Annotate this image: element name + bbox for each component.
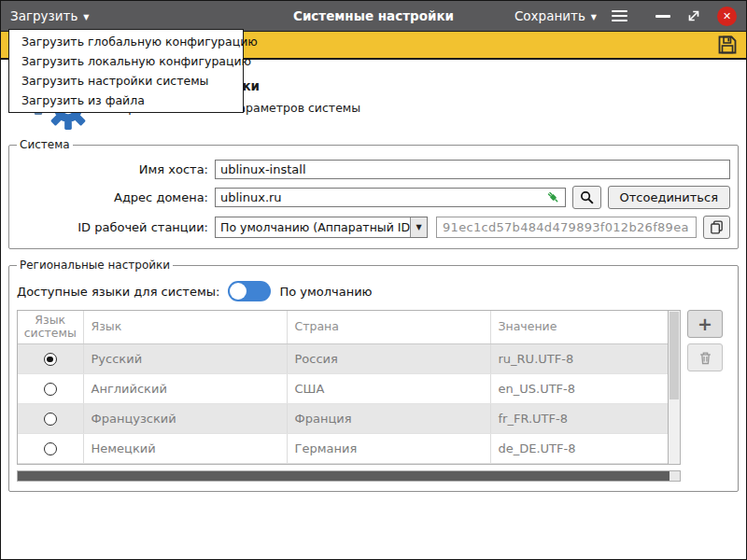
delete-language-button[interactable] <box>687 343 723 371</box>
chevron-down-icon: ▼ <box>410 217 427 237</box>
close-button[interactable]: ✕ <box>717 7 737 26</box>
main-content: Системные настройки Настройка основных п… <box>1 60 746 492</box>
menu-item-load-from-file[interactable]: Загрузить из файла <box>9 91 243 110</box>
cell-value: ru_RU.UTF-8 <box>490 343 668 373</box>
cell-country: Франция <box>287 403 490 433</box>
cell-value: fr_FR.UTF-8 <box>490 403 668 433</box>
regional-group: Региональные настройки Доступные языки д… <box>8 259 739 492</box>
search-domain-button[interactable] <box>572 186 601 209</box>
col-header-value: Значение <box>490 311 668 343</box>
save-menu-button[interactable]: Сохранить ▼ <box>514 8 597 23</box>
disconnect-button[interactable]: Отсоединиться <box>608 186 731 209</box>
menu-item-load-global-config[interactable]: Загрузить глобальную конфигурацию <box>9 32 243 51</box>
horizontal-scrollbar[interactable] <box>17 470 681 482</box>
cell-country: Германия <box>287 433 490 463</box>
menu-item-load-system-settings[interactable]: Загрузить настройки системы <box>9 71 243 91</box>
connected-plug-icon <box>545 189 561 209</box>
languages-label: Доступные языки для системы: <box>17 285 219 299</box>
col-header-system-language: Язык системы <box>18 311 83 343</box>
domain-input[interactable] <box>215 188 566 207</box>
cell-value: de_DE.UTF-8 <box>490 433 668 463</box>
table-row[interactable]: Немецкий Германия de_DE.UTF-8 <box>18 433 668 463</box>
languages-table: Язык системы Язык Страна Значение Русски… <box>17 310 681 465</box>
domain-label: Адрес домена: <box>17 190 208 204</box>
col-header-language: Язык <box>83 311 287 343</box>
expand-icon <box>685 7 702 24</box>
cell-language: Русский <box>83 343 287 373</box>
floppy-save-icon <box>716 34 739 56</box>
system-language-radio[interactable] <box>44 383 57 396</box>
hostname-label: Имя хоста: <box>17 162 208 176</box>
cell-language: Французский <box>83 403 287 433</box>
system-group: Система Имя хоста: Адрес домена: <box>8 138 739 249</box>
load-dropdown-menu: Загрузить глобальную конфигурацию Загруз… <box>8 29 244 113</box>
add-language-button[interactable]: + <box>687 310 723 338</box>
load-menu-label: Загрузить <box>10 8 78 23</box>
chevron-down-icon: ▼ <box>591 13 597 21</box>
maximize-button[interactable] <box>685 7 702 24</box>
system-language-radio[interactable] <box>44 353 57 366</box>
system-settings-window: Загрузить ▼ Системные настройки Сохранит… <box>0 0 747 560</box>
col-header-country: Страна <box>287 311 490 343</box>
table-row[interactable]: Французский Франция fr_FR.UTF-8 <box>18 403 668 433</box>
horizontal-scrollbar-thumb[interactable] <box>18 471 669 481</box>
vertical-scrollbar-thumb[interactable] <box>669 312 679 399</box>
menu-item-load-local-config[interactable]: Загрузить локальную конфигурацию <box>9 51 243 71</box>
regional-group-legend: Региональные настройки <box>17 259 173 272</box>
system-language-radio[interactable] <box>44 442 57 455</box>
hostname-input[interactable] <box>215 160 730 179</box>
load-menu-button[interactable]: Загрузить ▼ <box>10 8 90 23</box>
copy-icon <box>709 219 725 235</box>
table-row[interactable]: Английский США en_US.UTF-8 <box>18 373 668 403</box>
minimize-button[interactable] <box>655 15 670 18</box>
station-id-label: ID рабочей станции: <box>17 220 208 234</box>
station-id-mode-value: По умолчанию (Аппаратный ID) <box>216 220 410 234</box>
cell-country: Россия <box>287 343 490 373</box>
table-row[interactable]: Русский Россия ru_RU.UTF-8 <box>18 343 668 373</box>
cell-country: США <box>287 373 490 403</box>
cell-language: Английский <box>83 373 287 403</box>
copy-id-button[interactable] <box>703 216 730 239</box>
search-icon <box>579 189 595 205</box>
system-language-radio[interactable] <box>44 413 57 426</box>
languages-toggle[interactable] <box>228 281 271 301</box>
system-group-legend: Система <box>17 138 73 151</box>
hamburger-menu-button[interactable] <box>612 7 627 24</box>
trash-icon <box>698 350 713 366</box>
station-id-value-field: 91ec1cd57b484d479893f012b26f89ea <box>436 217 697 238</box>
cell-value: en_US.UTF-8 <box>490 373 668 403</box>
toggle-state-label: По умолчанию <box>279 285 372 299</box>
save-config-button[interactable] <box>716 34 739 56</box>
save-menu-label: Сохранить <box>514 8 585 23</box>
chevron-down-icon: ▼ <box>83 13 89 21</box>
table-header-row: Язык системы Язык Страна Значение <box>18 311 668 343</box>
station-id-mode-select[interactable]: По умолчанию (Аппаратный ID) ▼ <box>215 217 428 238</box>
cell-language: Немецкий <box>83 433 287 463</box>
vertical-scrollbar[interactable] <box>668 311 680 464</box>
titlebar: Загрузить ▼ Системные настройки Сохранит… <box>1 1 746 31</box>
